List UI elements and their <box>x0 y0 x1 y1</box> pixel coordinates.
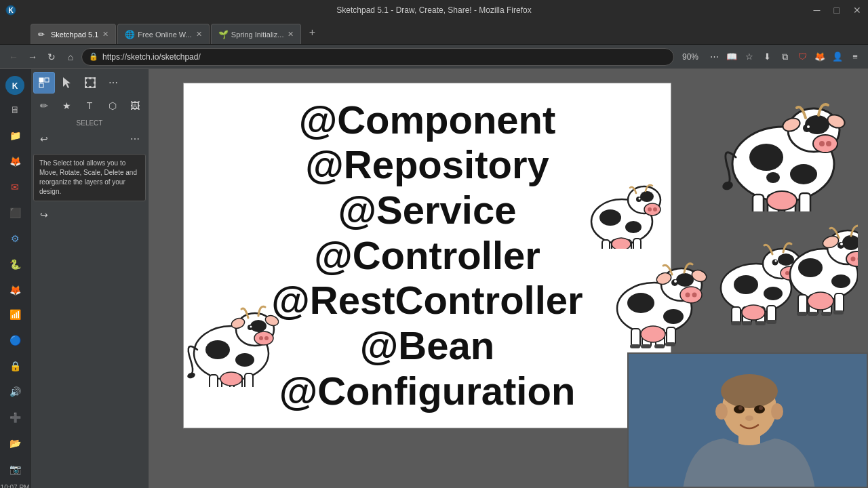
reload-button[interactable]: ↻ <box>43 49 60 65</box>
svg-rect-16 <box>90 86 92 88</box>
tab-spring-favicon: 🌱 <box>218 30 228 39</box>
transform-tool[interactable] <box>79 72 101 94</box>
lock-sidebar-icon[interactable]: 🔒 <box>3 354 27 378</box>
maximize-btn[interactable]: □ <box>827 0 846 20</box>
email-icon[interactable]: ✉ <box>3 175 27 199</box>
svg-point-145 <box>721 374 778 408</box>
terminal-icon[interactable]: ⬛ <box>3 201 27 225</box>
svg-rect-5 <box>45 78 49 82</box>
minimize-btn[interactable]: ─ <box>807 0 827 20</box>
close-btn[interactable]: ✕ <box>846 0 868 20</box>
ublock-icon[interactable]: 🛡 <box>795 49 810 64</box>
tools-row-1: ⋯ <box>33 72 146 94</box>
options-btn[interactable]: ⋯ <box>124 128 146 150</box>
extensions-button[interactable]: ⋯ <box>707 49 722 64</box>
tab-sketchpad-label: Sketchpad 5.1 <box>51 30 98 39</box>
svg-rect-137 <box>835 293 844 312</box>
kde-icon: K <box>5 5 16 16</box>
svg-text:K: K <box>12 81 18 91</box>
pencil-tool[interactable]: ✏ <box>33 95 55 117</box>
image-tool[interactable]: 🖼 <box>124 95 146 117</box>
bookmark-icon[interactable]: ☆ <box>742 49 757 64</box>
svg-rect-4 <box>39 78 43 82</box>
svg-rect-117 <box>731 321 741 325</box>
svg-point-43 <box>766 172 780 183</box>
svg-text:K: K <box>8 7 14 14</box>
svg-point-39 <box>186 371 196 380</box>
svg-rect-6 <box>39 83 43 87</box>
pointer-tool[interactable] <box>56 72 78 94</box>
url-bar[interactable]: 🔒 https://sketch.io/sketchpad/ <box>81 48 674 66</box>
svg-rect-15 <box>85 86 87 88</box>
svg-rect-10 <box>85 77 87 79</box>
star-tool[interactable]: ★ <box>56 95 78 117</box>
svg-point-107 <box>778 253 794 266</box>
tab-free-online[interactable]: 🌐 Free Online W... ✕ <box>117 24 209 44</box>
sketch-canvas[interactable]: @Component @Repository @Service @Control… <box>183 83 671 428</box>
volume-icon[interactable]: 🔊 <box>3 380 27 404</box>
undo-btn[interactable]: ↩ <box>33 128 55 150</box>
svg-point-121 <box>742 305 765 320</box>
svg-rect-101 <box>665 342 675 346</box>
tab-spring-close[interactable]: ✕ <box>288 30 294 39</box>
svg-point-88 <box>686 293 690 298</box>
sidebar-top: K 🖥 📁 🦊 ✉ ⬛ ⚙ 🐍 🦊 <box>0 75 30 302</box>
add-widget-icon[interactable]: ➕ <box>3 405 27 430</box>
svg-point-23 <box>254 331 273 345</box>
home-button[interactable]: ⌂ <box>62 49 79 65</box>
svg-point-128 <box>851 257 856 262</box>
clock: 10:07 PM <box>1 483 30 488</box>
svg-rect-30 <box>210 375 218 387</box>
svg-point-151 <box>745 415 753 421</box>
more-tools[interactable]: ⋯ <box>102 72 124 94</box>
download-icon[interactable]: ⬇ <box>760 49 774 64</box>
annotation-line-7: @Configuration <box>271 369 583 414</box>
tools-row-4: ↪ <box>33 204 146 226</box>
text-tool[interactable]: T <box>79 95 100 117</box>
svg-rect-100 <box>654 344 665 348</box>
select-tool[interactable] <box>33 72 55 94</box>
svg-point-47 <box>819 141 825 146</box>
profile-icon[interactable]: 👤 <box>830 49 845 64</box>
network-icon[interactable]: 📶 <box>3 302 27 327</box>
desktop-icon[interactable]: 🖥 <box>3 98 27 122</box>
firefox-icon[interactable]: 🦊 <box>3 149 27 174</box>
tab-free-online-close[interactable]: ✕ <box>196 30 202 39</box>
firefox2-icon[interactable]: 🦊 <box>3 278 27 302</box>
tab-free-online-label: Free Online W... <box>138 30 191 39</box>
tab-sketchpad-close[interactable]: ✕ <box>102 30 108 39</box>
folder-icon[interactable]: 📂 <box>3 431 27 455</box>
back-button[interactable]: ← <box>5 49 22 65</box>
firefox-addon-icon[interactable]: 🦊 <box>812 49 827 64</box>
svg-point-19 <box>205 340 230 359</box>
tab-spring[interactable]: 🌱 Spring Initializ... ✕ <box>211 24 302 44</box>
menu-button[interactable]: ≡ <box>848 49 863 64</box>
svg-point-109 <box>785 271 789 275</box>
zoom-icon[interactable]: ⧉ <box>777 49 792 64</box>
kde-sidebar: K 🖥 📁 🦊 ✉ ⬛ ⚙ 🐍 🦊 📶 🔵 🔒 🔊 ➕ 📂 📷 10:07 PM… <box>0 69 31 488</box>
url-text: https://sketch.io/sketchpad/ <box>102 52 667 62</box>
svg-point-50 <box>807 125 810 128</box>
cow-sticker-left <box>177 285 285 387</box>
files-icon[interactable]: 📁 <box>3 123 27 148</box>
forward-button[interactable]: → <box>24 49 41 65</box>
redo-btn[interactable]: ↪ <box>33 204 55 226</box>
bluetooth-icon[interactable]: 🔵 <box>3 328 27 352</box>
app2-icon[interactable]: 🐍 <box>3 252 27 277</box>
new-tab-button[interactable]: + <box>302 23 321 42</box>
screenshot-icon[interactable]: 📷 <box>3 457 27 481</box>
toolbar-extras: ⋯ 📖 ☆ ⬇ ⧉ 🛡 🦊 👤 ≡ <box>707 49 863 64</box>
cow-sticker-group-bottom <box>600 200 858 356</box>
kde-menu-icon[interactable]: K <box>5 76 24 95</box>
svg-point-153 <box>771 403 783 420</box>
sidebar-bottom: 📶 🔵 🔒 🔊 ➕ 📂 📷 10:07 PM ⚙ ❓ <box>0 302 30 488</box>
ide-icon[interactable]: ⚙ <box>3 226 27 251</box>
shape-tool[interactable]: ⬡ <box>102 95 123 117</box>
reader-view-icon[interactable]: 📖 <box>724 49 739 64</box>
svg-point-46 <box>813 135 837 152</box>
svg-rect-99 <box>641 344 651 348</box>
tab-sketchpad[interactable]: ✏ Sketchpad 5.1 ✕ <box>31 24 116 44</box>
svg-point-112 <box>775 260 777 262</box>
svg-rect-17 <box>94 86 96 88</box>
svg-rect-116 <box>767 306 776 322</box>
